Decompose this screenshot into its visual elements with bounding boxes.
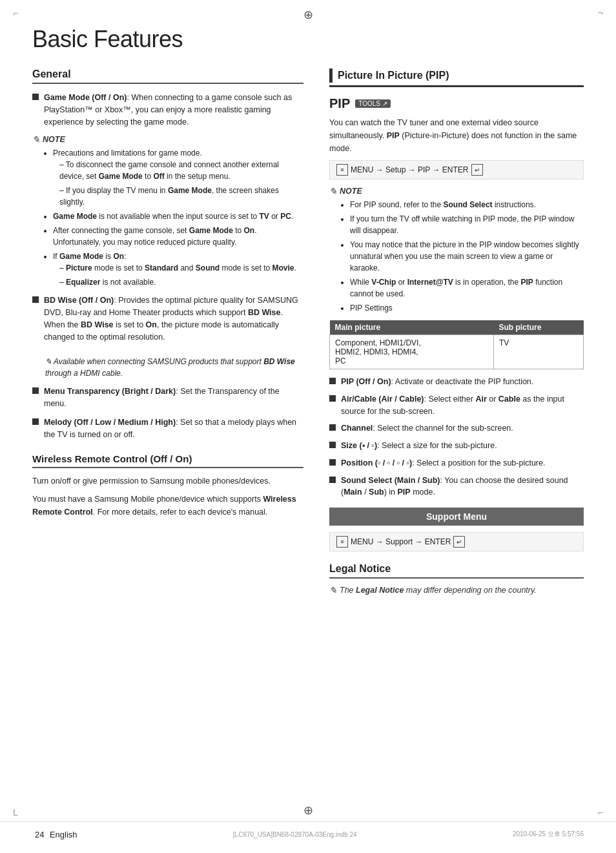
legal-note-header: ✎ The Legal Notice may differ depending … [329, 585, 584, 595]
bullet-square [329, 395, 336, 402]
menu-instruction-text: MENU → Setup → PIP → ENTER [351, 165, 469, 174]
note-content-bd: ✎ Available when connecting SAMSUNG prod… [32, 356, 303, 379]
pip-bullet-aircable: Air/Cable (Air / Cable): Select either A… [329, 393, 584, 418]
pip-table-header-sub: Sub picture [493, 320, 583, 335]
note-item: If Game Mode is On: Picture mode is set … [53, 251, 303, 288]
bullet-square [32, 387, 39, 394]
support-instruction-text: MENU → Support → ENTER [351, 537, 451, 546]
pip-size-text: Size (▪ / ▫): Select a size for the sub-… [341, 440, 497, 452]
two-column-layout: General Game Mode (Off / On): When conne… [32, 68, 584, 598]
enter-icon: ↵ [471, 164, 483, 176]
pencil-icon-pip: ✎ [329, 186, 337, 196]
pencil-icon-legal: ✎ [329, 585, 337, 595]
game-mode-text: Game Mode (Off / On): When connecting to… [44, 92, 303, 128]
general-bullet-list-2: BD Wise (Off / On): Provides the optimal… [32, 294, 303, 343]
section-bar [329, 68, 333, 83]
list-item-menu-transparency: Menu Transparency (Bright / Dark): Set t… [32, 385, 303, 410]
legal-text: The Legal Notice may differ depending on… [340, 586, 537, 595]
bullet-square [329, 442, 336, 448]
pip-settings-table: Main picture Sub picture Component, HDMI… [329, 320, 584, 369]
general-bullet-list: Game Mode (Off / On): When connecting to… [32, 92, 303, 128]
support-menu-label: Support Menu [426, 511, 487, 522]
wireless-para2: You must have a Samsung Mobile phone/dev… [32, 493, 303, 519]
support-menu-bar: Support Menu [329, 508, 584, 526]
pip-sound-text: Sound Select (Main / Sub): You can choos… [341, 475, 584, 499]
left-column: General Game Mode (Off / On): When conne… [32, 68, 303, 598]
pip-note-item-2: If you turn the TV off while watching in… [350, 213, 584, 236]
pip-note-item-1: For PIP sound, refer to the Sound Select… [350, 199, 584, 211]
pip-bullet-position: Position (▫ / ▫ / ▫ / ▫): Select a posit… [329, 457, 584, 469]
list-item-bd-wise: BD Wise (Off / On): Provides the optimal… [32, 294, 303, 343]
pip-aircable-text: Air/Cable (Air / Cable): Select either A… [341, 393, 584, 418]
pip-table-main-value: Component, HDMI1/DVI,HDMI2, HDMI3, HDMI4… [330, 335, 494, 369]
note-subitem: If you display the TV menu in Game Mode,… [59, 185, 303, 208]
pencil-icon: ✎ [32, 134, 40, 145]
menu-icon: ≡ [336, 164, 348, 176]
pip-section-header: Picture In Picture (PIP) [329, 68, 584, 87]
bullet-square [329, 424, 336, 431]
enter-icon-support: ↵ [453, 536, 465, 548]
pip-heading-row: PIP TOOLS ↗ [329, 96, 584, 111]
crosshair-top-icon: ⊕ [303, 8, 313, 22]
menu-icon-support: ≡ [336, 536, 348, 548]
pip-note-item-5: PIP Settings [350, 302, 584, 314]
footer-date: 2010-06-25 오후 5:57:56 [513, 830, 584, 839]
pip-channel-text: Channel: Select the channel for the sub-… [341, 422, 513, 435]
note-subitem: To disconnect the game console and conne… [59, 159, 303, 182]
page-number-block: 24 English [32, 828, 77, 840]
pip-bullet-sound: Sound Select (Main / Sub): You can choos… [329, 475, 584, 499]
tools-badge: TOOLS ↗ [355, 99, 391, 108]
pip-table-header-main: Main picture [330, 320, 494, 335]
bullet-square [329, 378, 336, 384]
corner-mark-tl: ⌐ [13, 8, 18, 18]
note-block-bd: ✎ Available when connecting SAMSUNG prod… [32, 356, 303, 379]
wireless-section: Wireless Remote Control (Off / On) Turn … [32, 453, 303, 519]
wireless-para1: Turn on/off or give permission to Samsun… [32, 475, 303, 488]
pip-bullet-list: PIP (Off / On): Activate or deactivate t… [329, 376, 584, 498]
note-header-game: ✎ NOTE [32, 134, 303, 145]
crosshair-bottom-icon: ⊕ [303, 803, 313, 817]
pip-intro-text: You can watch the TV tuner and one exter… [329, 116, 584, 155]
pip-heading-text: PIP [329, 96, 350, 111]
page-title: Basic Features [32, 26, 584, 53]
corner-mark-bl: L [13, 807, 18, 817]
pip-note-item-4: While V-Chip or Internet@TV is in operat… [350, 276, 584, 300]
note-item: After connecting the game console, set G… [53, 225, 303, 248]
right-column: Picture In Picture (PIP) PIP TOOLS ↗ You… [329, 68, 584, 598]
note-content-game: Precautions and limitations for game mod… [32, 147, 303, 288]
note-block-game: ✎ NOTE Precautions and limitations for g… [32, 134, 303, 288]
pip-onoff-text: PIP (Off / On): Activate or deactivate t… [341, 376, 533, 388]
general-section-title: General [32, 68, 303, 84]
bullet-square [32, 296, 39, 303]
bd-wise-text: BD Wise (Off / On): Provides the optimal… [44, 294, 303, 343]
pip-position-text: Position (▫ / ▫ / ▫ / ▫): Select a posit… [341, 457, 545, 469]
general-bullet-list-3: Menu Transparency (Bright / Dark): Set t… [32, 385, 303, 440]
support-menu-instruction: ≡ MENU → Support → ENTER ↵ [329, 532, 584, 551]
bullet-square [329, 477, 336, 483]
wireless-section-title: Wireless Remote Control (Off / On) [32, 453, 303, 468]
list-item-melody: Melody (Off / Low / Medium / High): Set … [32, 416, 303, 441]
note-subitem: Equalizer is not available. [59, 276, 303, 288]
footer-file: [LC670_USA]BN68-02870A-03Eng.indb 24 [233, 831, 357, 838]
note-item: Precautions and limitations for game mod… [53, 147, 303, 208]
page-language: English [50, 830, 77, 839]
legal-title: Legal Notice [329, 563, 584, 579]
bullet-square [32, 94, 39, 100]
page: ⊕ ⌐ ¬ Basic Features General Game Mode (… [0, 0, 616, 853]
page-num-value: 24 [35, 830, 44, 839]
pip-menu-instruction: ≡ MENU → Setup → PIP → ENTER ↵ [329, 160, 584, 180]
note-block-pip: ✎ NOTE For PIP sound, refer to the Sound… [329, 186, 584, 314]
pip-bullet-channel: Channel: Select the channel for the sub-… [329, 422, 584, 435]
page-number: 24 English [32, 828, 77, 839]
pip-table-row: Component, HDMI1/DVI,HDMI2, HDMI3, HDMI4… [330, 335, 584, 369]
pip-bullet-size: Size (▪ / ▫): Select a size for the sub-… [329, 440, 584, 452]
pencil-icon-bd: ✎ Available when connecting SAMSUNG prod… [45, 357, 295, 378]
page-footer: 24 English [LC670_USA]BN68-02870A-03Eng.… [0, 821, 616, 840]
pip-note-item-3: You may notice that the picture in the P… [350, 239, 584, 274]
note-item: Game Mode is not available when the inpu… [53, 211, 303, 222]
list-item-game-mode: Game Mode (Off / On): When connecting to… [32, 92, 303, 128]
menu-transparency-text: Menu Transparency (Bright / Dark): Set t… [44, 385, 303, 410]
legal-section: Legal Notice ✎ The Legal Notice may diff… [329, 563, 584, 595]
note-content-pip: For PIP sound, refer to the Sound Select… [329, 199, 584, 314]
pip-bullet-onoff: PIP (Off / On): Activate or deactivate t… [329, 376, 584, 388]
